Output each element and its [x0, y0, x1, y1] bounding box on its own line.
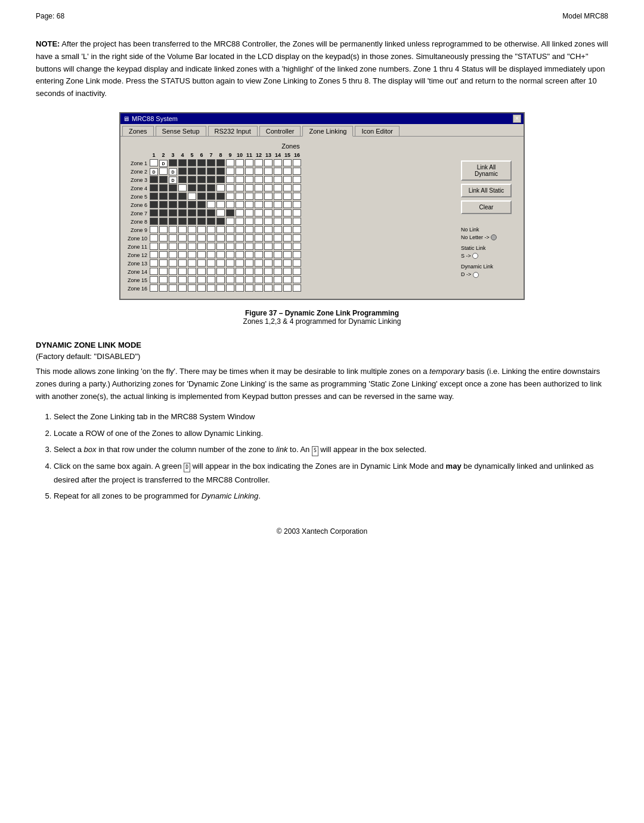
- cell-row3-col11[interactable]: [244, 176, 254, 184]
- cell-row10-col7[interactable]: [206, 234, 216, 243]
- cell-row4-col8[interactable]: [216, 184, 225, 193]
- cell-row8-col4[interactable]: [178, 218, 187, 226]
- link-all-static-button[interactable]: Link All Static: [461, 184, 512, 197]
- cell-row15-col12[interactable]: [254, 276, 264, 284]
- cell-row14-col13[interactable]: [264, 268, 273, 276]
- cell-row13-col6[interactable]: [197, 259, 206, 268]
- cell-row11-col2[interactable]: [159, 243, 168, 251]
- cell-row10-col3[interactable]: [168, 234, 178, 243]
- cell-row5-col5[interactable]: [187, 193, 197, 201]
- cell-row1-col11[interactable]: [244, 159, 254, 168]
- cell-row2-col13[interactable]: [264, 168, 273, 176]
- cell-row5-col16[interactable]: [292, 193, 302, 201]
- cell-row12-col13[interactable]: [264, 251, 273, 259]
- cell-row11-col13[interactable]: [264, 243, 273, 251]
- cell-row1-col8[interactable]: [216, 159, 225, 168]
- cell-row4-col11[interactable]: [244, 184, 254, 193]
- cell-row16-col15[interactable]: [283, 284, 292, 293]
- cell-row13-col3[interactable]: [168, 259, 178, 268]
- cell-row6-col5[interactable]: [187, 201, 197, 209]
- cell-row12-col8[interactable]: [216, 251, 225, 259]
- cell-row6-col2[interactable]: [159, 201, 168, 209]
- cell-row8-col13[interactable]: [264, 218, 273, 226]
- cell-row10-col9[interactable]: [225, 234, 235, 243]
- cell-row3-col8[interactable]: [216, 176, 225, 184]
- cell-row16-col8[interactable]: [216, 284, 225, 293]
- cell-row14-col11[interactable]: [244, 268, 254, 276]
- cell-row16-col14[interactable]: [273, 284, 283, 293]
- cell-row14-col4[interactable]: [178, 268, 187, 276]
- cell-row11-col12[interactable]: [254, 243, 264, 251]
- cell-row1-col12[interactable]: [254, 159, 264, 168]
- cell-row7-col1[interactable]: [149, 209, 159, 218]
- cell-row12-col4[interactable]: [178, 251, 187, 259]
- cell-row10-col13[interactable]: [264, 234, 273, 243]
- cell-row5-col7[interactable]: [206, 193, 216, 201]
- cell-row10-col8[interactable]: [216, 234, 225, 243]
- cell-row8-col1[interactable]: [149, 218, 159, 226]
- cell-row14-col2[interactable]: [159, 268, 168, 276]
- cell-row9-col2[interactable]: [159, 226, 168, 234]
- cell-row4-col14[interactable]: [273, 184, 283, 193]
- cell-row14-col7[interactable]: [206, 268, 216, 276]
- cell-row4-col1[interactable]: [149, 184, 159, 193]
- cell-row12-col12[interactable]: [254, 251, 264, 259]
- cell-row14-col3[interactable]: [168, 268, 178, 276]
- cell-row7-col14[interactable]: [273, 209, 283, 218]
- cell-row10-col1[interactable]: [149, 234, 159, 243]
- cell-row11-col5[interactable]: [187, 243, 197, 251]
- cell-row1-col16[interactable]: [292, 159, 302, 168]
- cell-row6-col14[interactable]: [273, 201, 283, 209]
- cell-row12-col16[interactable]: [292, 251, 302, 259]
- cell-row8-col6[interactable]: [197, 218, 206, 226]
- cell-row11-col9[interactable]: [225, 243, 235, 251]
- cell-row15-col6[interactable]: [197, 276, 206, 284]
- cell-row6-col15[interactable]: [283, 201, 292, 209]
- cell-row13-col12[interactable]: [254, 259, 264, 268]
- cell-row5-col11[interactable]: [244, 193, 254, 201]
- cell-row2-col7[interactable]: [206, 168, 216, 176]
- cell-row16-col12[interactable]: [254, 284, 264, 293]
- cell-row9-col13[interactable]: [264, 226, 273, 234]
- cell-row4-col6[interactable]: [197, 184, 206, 193]
- cell-row6-col3[interactable]: [168, 201, 178, 209]
- cell-row3-col1[interactable]: [149, 176, 159, 184]
- cell-row14-col1[interactable]: [149, 268, 159, 276]
- cell-row13-col16[interactable]: [292, 259, 302, 268]
- cell-row7-col15[interactable]: [283, 209, 292, 218]
- cell-row13-col13[interactable]: [264, 259, 273, 268]
- cell-row14-col9[interactable]: [225, 268, 235, 276]
- tab-rs232-input[interactable]: RS232 Input: [208, 126, 258, 136]
- cell-row11-col14[interactable]: [273, 243, 283, 251]
- cell-row15-col8[interactable]: [216, 276, 225, 284]
- cell-row5-col15[interactable]: [283, 193, 292, 201]
- cell-row7-col5[interactable]: [187, 209, 197, 218]
- cell-row6-col4[interactable]: [178, 201, 187, 209]
- cell-row4-col5[interactable]: [187, 184, 197, 193]
- cell-row5-col8[interactable]: [216, 193, 225, 201]
- cell-row6-col13[interactable]: [264, 201, 273, 209]
- cell-row1-col10[interactable]: [235, 159, 244, 168]
- cell-row1-col1[interactable]: [149, 159, 159, 168]
- cell-row6-col11[interactable]: [244, 201, 254, 209]
- cell-row5-col12[interactable]: [254, 193, 264, 201]
- clear-button[interactable]: Clear: [461, 200, 512, 214]
- cell-row1-col14[interactable]: [273, 159, 283, 168]
- cell-row15-col1[interactable]: [149, 276, 159, 284]
- cell-row3-col13[interactable]: [264, 176, 273, 184]
- cell-row4-col12[interactable]: [254, 184, 264, 193]
- cell-row10-col11[interactable]: [244, 234, 254, 243]
- cell-row12-col6[interactable]: [197, 251, 206, 259]
- cell-row12-col9[interactable]: [225, 251, 235, 259]
- cell-row5-col10[interactable]: [235, 193, 244, 201]
- cell-row14-col5[interactable]: [187, 268, 197, 276]
- cell-row9-col11[interactable]: [244, 226, 254, 234]
- cell-row8-col14[interactable]: [273, 218, 283, 226]
- cell-row13-col14[interactable]: [273, 259, 283, 268]
- cell-row13-col1[interactable]: [149, 259, 159, 268]
- cell-row10-col12[interactable]: [254, 234, 264, 243]
- cell-row11-col15[interactable]: [283, 243, 292, 251]
- cell-row12-col7[interactable]: [206, 251, 216, 259]
- cell-row13-col5[interactable]: [187, 259, 197, 268]
- tab-zones[interactable]: Zones: [122, 126, 154, 136]
